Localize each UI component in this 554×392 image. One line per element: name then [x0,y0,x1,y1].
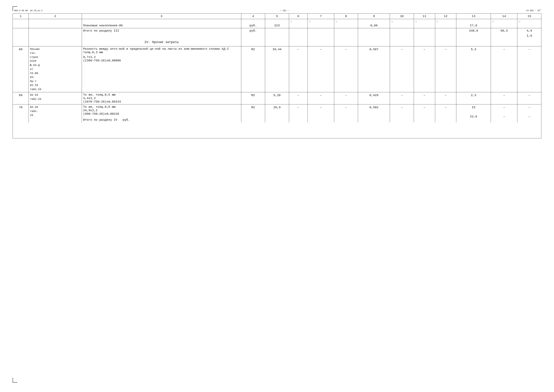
cell-68-6: – [289,46,308,92]
cell-s4h-7 [308,38,334,46]
cell-s3a-1 [13,19,29,28]
row-69: 69 02-I0табл.I6 То же, толщ.0,5 мм 4,4xI… [13,92,541,105]
cell-70-7: – [308,105,334,123]
cell-s3t-11 [414,28,435,34]
cell-s4h-15 [517,38,541,46]
cell-s4h-6 [289,38,308,46]
cell-s3t2-8 [334,33,358,38]
cell-s3t2-1 [13,33,29,38]
cell-69-13: 2,3 [456,92,491,105]
column-header-row: 1 2 3 4 5 6 7 8 9 10 11 12 13 14 15 [13,14,541,19]
col-header-1: 1 [13,14,29,19]
cell-s3a-4: руб. [241,19,265,28]
section3-total-row: Итого по разделу III руб. 240,8 50,3 [13,28,541,34]
cell-70-6: – [289,105,308,123]
cell-68-unit: М2 [241,46,265,92]
cell-s3t2-9 [358,33,390,38]
cell-s3t-6 [289,28,308,34]
cell-s3t-13: 240,8 [456,28,491,34]
cell-s3t-14: 50,3 [491,28,517,34]
cell-s4h-10 [390,38,414,46]
cell-s4h-1 [13,38,29,46]
col-header-12: 12 [435,14,456,19]
header-center: — 181 — [280,9,289,12]
cell-s4h-5 [265,38,289,46]
cell-s3t-15: 4,9 [517,28,541,34]
top-left-bracket [13,6,17,11]
cell-s3a-11: – [414,19,435,28]
cell-s4h-2 [29,38,82,46]
cell-s3a-6: – [289,19,308,28]
cell-s4h-14 [491,38,517,46]
page-header: 903–2–30.90. Ал.I5,кн.2 — 181 — 24 963 -… [13,9,541,12]
cell-70-ref: 02-I0табл.I6 [29,105,82,123]
cell-69-8: – [334,92,358,105]
cell-69-14: – [491,92,517,105]
cell-s3t2-2 [29,33,82,38]
cell-s3t2-10 [390,33,414,38]
cell-s3t-5 [265,28,289,34]
cell-68-9: 0,507 [358,46,390,92]
col-header-14: 14 [491,14,517,19]
col-header-6: 6 [289,14,308,19]
cell-70-num: 70 [13,105,29,123]
cell-70-unit: М2 [241,105,265,123]
cell-68-desc: Разность между опто-вой и предельной це-… [82,46,241,92]
cell-70-11: – [414,105,435,123]
cell-68-14: – [491,46,517,92]
cell-s3t2-13 [456,33,491,38]
cell-69-10: – [390,92,414,105]
section3-accumulation-row: Плановые накопления–8% руб. 223 – – – 0,… [13,19,541,28]
col-header-15: 15 [517,14,541,19]
cell-s3t-4: руб. [241,28,265,34]
cell-70-desc: То же, толщ.0,8 мм 24,9xI,2 (990–750–20)… [82,105,241,123]
cell-s3t-10 [390,28,414,34]
content-table: Плановые накопления–8% руб. 223 – – – 0,… [13,19,541,138]
cell-s3a-10: – [390,19,414,28]
cell-s3t2-12 [435,33,456,38]
cell-69-12: – [435,92,456,105]
col-header-7: 7 [308,14,334,19]
accumulation-label: Плановые накопления–8% [83,24,123,27]
cell-70-15: – – [517,105,541,123]
cell-s4h-13 [456,38,491,46]
cell-s3t-8 [334,28,358,34]
col-header-3: 3 [82,14,241,19]
cell-s3a-7: – [308,19,334,28]
cell-69-ref: 02-I0табл.I6 [29,92,82,105]
cell-s4h-12 [435,38,456,46]
section3-total-row2: I,6 [13,33,541,38]
cell-68-ref: ПисьмоГос-строяСССР№ 63-ДотI5.08.83.Пр-т… [29,46,82,92]
cell-s3t2-5 [265,33,289,38]
cell-s3t-2 [29,28,82,34]
cell-s4h-3: IV. Прочие затраты [82,38,241,46]
cell-68-13: 5,3 [456,46,491,92]
cell-s3t2-7 [308,33,334,38]
column-header-table: 1 2 3 4 5 6 7 8 9 10 11 12 13 14 15 [13,14,541,19]
cell-69-desc: То же, толщ.0,5 мм 4,4xI,2 (I070–750–20)… [82,92,241,105]
col-header-8: 8 [334,14,358,19]
cell-s3t2-11 [414,33,435,38]
cell-69-15: – [517,92,541,105]
cell-70-12: – [435,105,456,123]
cell-s3t-1 [13,28,29,34]
cell-69-11: – [414,92,435,105]
cell-s4h-9 [358,38,390,46]
cell-68-num: 68 [13,46,29,92]
col-header-13: 13 [456,14,491,19]
cell-69-9: 0,429 [358,92,390,105]
cell-s4h-8 [334,38,358,46]
page: – 903–2–30.90. Ал.I5,кн.2 — 181 — 24 963… [0,0,554,392]
cell-69-6: – [289,92,308,105]
bottom-spacer [13,122,541,138]
cell-s3t2-3 [82,33,241,38]
cell-s3a-2 [29,19,82,28]
section3-total-label: Итого по разделу III [83,29,119,33]
cell-s3a-14: – [491,19,517,28]
cell-s4h-11 [414,38,435,46]
cell-68-10: – [390,46,414,92]
cell-s3a-3: Плановые накопления–8% [82,19,241,28]
row-68: 68 ПисьмоГос-строяСССР№ 63-ДотI5.08.83.П… [13,46,541,92]
col-header-11: 11 [414,14,435,19]
cell-69-5: 5,28 [265,92,289,105]
